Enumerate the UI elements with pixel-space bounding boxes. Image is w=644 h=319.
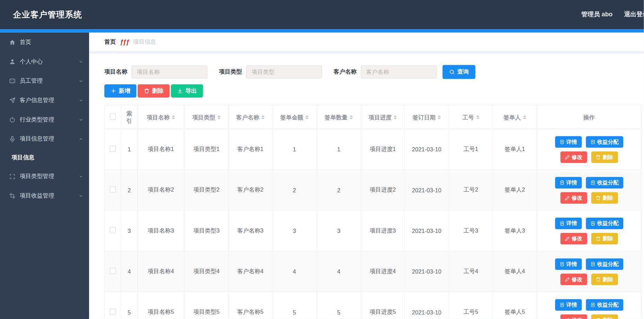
project-type-input[interactable]: [246, 65, 322, 78]
cell-project-type: 项目类型1: [184, 129, 229, 170]
project-name-input[interactable]: [131, 65, 207, 78]
trash-icon: [595, 236, 600, 241]
document-icon: [559, 180, 564, 185]
sidebar-item-home[interactable]: 首页: [0, 33, 89, 52]
sidebar-item-employee-management[interactable]: 员工管理: [0, 71, 89, 91]
col-work-id[interactable]: 工号: [462, 114, 474, 121]
row-delete-button[interactable]: 删除: [591, 314, 618, 319]
delete-button[interactable]: 删除: [138, 84, 169, 98]
col-sign-amount[interactable]: 签单金额: [280, 114, 303, 121]
income-distribution-button[interactable]: 收益分配: [586, 177, 623, 188]
sidebar-item-project-info-management[interactable]: 项目信息管理: [0, 129, 89, 149]
row-delete-button[interactable]: 删除: [591, 274, 618, 285]
detail-button[interactable]: 详情: [555, 177, 582, 188]
edit-button[interactable]: 修改: [560, 314, 587, 319]
income-distribution-button[interactable]: 收益分配: [586, 136, 623, 148]
cell-customer-name: 客户名称5: [229, 292, 272, 319]
export-button[interactable]: 导出: [171, 84, 203, 98]
chevron-down-icon: [78, 193, 83, 198]
edit-button[interactable]: 修改: [560, 274, 587, 285]
logout-link[interactable]: 退出登录: [624, 11, 644, 19]
breadcrumb-home[interactable]: 首页: [104, 38, 116, 45]
document-icon: [559, 221, 564, 226]
select-all-checkbox[interactable]: [110, 114, 116, 120]
col-customer-name[interactable]: 客户名称: [236, 114, 259, 121]
customer-name-label: 客户名称: [334, 68, 357, 76]
projects-table: 索引 项目名称 项目类型 客户名称 签单金额 签单数量 项目进度 签订日期 工号…: [104, 105, 641, 319]
accent-strip: [0, 29, 644, 32]
sort-caret-icon[interactable]: [437, 114, 441, 121]
sort-caret-icon[interactable]: [476, 114, 479, 121]
edit-button[interactable]: 修改: [560, 233, 587, 244]
sidebar: 首页 个人中心 员工管理 客户信息管理 行业类型管理: [0, 33, 89, 319]
detail-button[interactable]: 详情: [555, 299, 582, 310]
sidebar-item-label: 首页: [20, 39, 84, 46]
edit-button[interactable]: 修改: [560, 192, 587, 203]
edit-button[interactable]: 修改: [560, 151, 587, 163]
row-checkbox[interactable]: [110, 227, 116, 233]
chevron-down-icon: [78, 78, 83, 83]
sort-caret-icon[interactable]: [523, 114, 526, 121]
cell-index: 2: [121, 170, 137, 210]
row-delete-button[interactable]: 删除: [591, 192, 618, 203]
cell-work-id: 工号1: [449, 129, 493, 170]
sidebar-item-label: 项目收益管理: [20, 192, 79, 199]
top-bar-right: 管理员 abo 退出登录: [582, 11, 644, 19]
row-delete-button[interactable]: 删除: [591, 151, 618, 163]
sort-caret-icon[interactable]: [350, 114, 353, 121]
row-checkbox[interactable]: [110, 186, 116, 193]
sidebar-item-project-income-management[interactable]: 项目收益管理: [0, 186, 89, 205]
cell-project-name: 项目名称3: [138, 210, 184, 251]
add-button[interactable]: 新增: [104, 84, 136, 98]
row-checkbox[interactable]: [110, 309, 116, 315]
cell-sign-date: 2021-03-10: [404, 251, 449, 292]
cell-project-progress: 项目进度2: [361, 170, 404, 210]
col-sign-date[interactable]: 签订日期: [412, 114, 435, 121]
cell-sign-date: 2021-03-10: [404, 292, 449, 319]
sort-caret-icon[interactable]: [305, 114, 308, 121]
sidebar-item-industry-type-management[interactable]: 行业类型管理: [0, 110, 89, 129]
document-icon: [559, 302, 564, 307]
sidebar-item-customer-info-management[interactable]: 客户信息管理: [0, 91, 89, 110]
sidebar-item-label: 行业类型管理: [20, 116, 79, 123]
download-icon: [177, 88, 183, 94]
sort-caret-icon[interactable]: [172, 114, 175, 121]
sidebar-item-label: 项目信息: [11, 154, 83, 161]
sidebar-subitem-project-info[interactable]: 项目信息: [0, 149, 89, 167]
sort-caret-icon[interactable]: [261, 114, 264, 121]
col-sign-quantity[interactable]: 签单数量: [324, 114, 347, 121]
cell-project-name: 项目名称5: [138, 292, 184, 319]
detail-button[interactable]: 详情: [555, 136, 582, 148]
cell-project-name: 项目名称2: [138, 170, 184, 210]
row-checkbox[interactable]: [110, 146, 116, 152]
cell-index: 1: [121, 129, 137, 170]
trash-icon: [144, 88, 150, 94]
cell-work-id: 工号5: [449, 292, 493, 319]
sidebar-item-label: 员工管理: [20, 77, 79, 84]
cell-sign-quantity: 2: [316, 170, 361, 210]
current-user[interactable]: 管理员 abo: [582, 11, 613, 19]
customer-name-input[interactable]: [361, 65, 437, 78]
row-checkbox[interactable]: [110, 268, 116, 274]
cell-sign-date: 2021-03-10: [404, 210, 449, 251]
sidebar-item-personal-center[interactable]: 个人中心: [0, 52, 89, 71]
sort-caret-icon[interactable]: [217, 114, 220, 121]
col-project-progress[interactable]: 项目进度: [368, 114, 391, 121]
row-delete-button[interactable]: 删除: [591, 233, 618, 244]
detail-button[interactable]: 详情: [555, 258, 582, 270]
sidebar-item-project-type-management[interactable]: 项目类型管理: [0, 167, 89, 186]
col-project-name[interactable]: 项目名称: [147, 114, 169, 121]
sidebar-item-label: 客户信息管理: [20, 96, 79, 104]
col-signer[interactable]: 签单人: [504, 114, 521, 121]
col-project-type[interactable]: 项目类型: [192, 114, 215, 121]
query-button[interactable]: 查询: [443, 65, 476, 79]
trash-icon: [595, 154, 600, 159]
table-row: 5 项目名称5 项目类型5 客户名称5 5 5 项目进度5 2021-03-10…: [105, 292, 641, 319]
cell-index: 5: [121, 292, 137, 319]
cell-project-name: 项目名称1: [138, 129, 184, 170]
detail-button[interactable]: 详情: [555, 217, 582, 229]
sort-caret-icon[interactable]: [394, 114, 397, 121]
income-distribution-button[interactable]: 收益分配: [586, 217, 623, 229]
income-distribution-button[interactable]: 收益分配: [586, 258, 623, 270]
income-distribution-button[interactable]: 收益分配: [586, 299, 623, 310]
